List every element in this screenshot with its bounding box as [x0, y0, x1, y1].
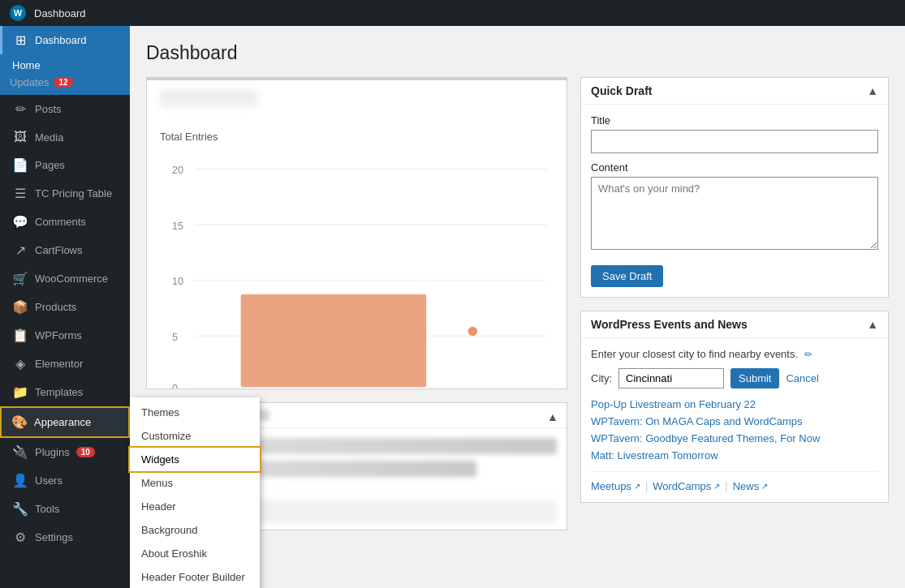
sidebar-label-plugins: Plugins — [35, 446, 70, 458]
quick-draft-header: Quick Draft ▲ — [581, 78, 888, 105]
footer-links: Meetups ↗ | WordCamps ↗ | News ↗ — [591, 471, 878, 492]
dashboard-icon: ⊞ — [12, 32, 28, 48]
cancel-city-button[interactable]: Cancel — [786, 372, 818, 384]
event-link-1[interactable]: WPTavern: On MAGA Caps and WordCamps — [591, 415, 878, 427]
sidebar-item-label-dashboard: Dashboard — [35, 34, 87, 46]
sidebar-label-templates: Templates — [35, 386, 83, 398]
wpforms-icon: 📋 — [12, 328, 28, 343]
quick-draft-collapse-btn[interactable]: ▲ — [867, 84, 878, 97]
wp-events-collapse-btn[interactable]: ▲ — [867, 318, 878, 331]
sidebar-item-plugins[interactable]: 🔌 Plugins 10 — [0, 438, 130, 466]
content-field-group: Content — [591, 161, 878, 252]
save-draft-button[interactable]: Save Draft — [591, 265, 663, 287]
svg-rect-10 — [241, 294, 427, 387]
footer-link-meetups[interactable]: Meetups ↗ — [591, 480, 640, 492]
media-icon: 🖼 — [12, 130, 28, 144]
wp-events-widget: WordPress Events and News ▲ Enter your c… — [580, 311, 889, 503]
submenu-customize[interactable]: Customize — [130, 424, 260, 448]
tools-icon: 🔧 — [12, 501, 28, 517]
sidebar-label-tc-pricing: TC Pricing Table — [35, 187, 112, 200]
sidebar-item-wpforms[interactable]: 📋 WPForms — [0, 321, 130, 350]
title-input[interactable] — [591, 130, 878, 153]
sidebar-item-dashboard[interactable]: ⊞ Dashboard — [0, 26, 130, 54]
content-textarea[interactable] — [591, 177, 878, 250]
tc-pricing-icon: ☰ — [12, 186, 28, 201]
submenu-themes[interactable]: Themes — [130, 401, 260, 424]
sidebar-label-settings: Settings — [35, 531, 73, 543]
submenu-header-footer-builder[interactable]: Header Footer Builder — [130, 565, 260, 588]
woocommerce-icon: 🛒 — [12, 271, 28, 286]
footer-link-wordcamps[interactable]: WordCamps ↗ — [653, 480, 720, 492]
bottom-widget-scroll-btn[interactable]: ▲ — [545, 410, 560, 424]
submenu-menus[interactable]: Menus — [130, 471, 260, 495]
sidebar-item-appearance[interactable]: 🎨 Appearance — [0, 406, 130, 438]
submenu-about-eroshik[interactable]: About Eroshik — [130, 542, 260, 565]
svg-text:15: 15 — [172, 221, 183, 232]
sidebar-item-templates[interactable]: 📁 Templates — [0, 378, 130, 406]
sidebar-item-tc-pricing[interactable]: ☰ TC Pricing Table — [0, 179, 130, 208]
chart-box: Total Entries 20 15 10 5 0 — [146, 77, 567, 389]
quick-draft-title: Quick Draft — [591, 84, 652, 97]
city-row: City: Submit Cancel — [591, 368, 878, 388]
sidebar-item-posts[interactable]: ✏ Posts — [0, 95, 130, 123]
event-link-2[interactable]: WPTavern: Goodbye Featured Themes, For N… — [591, 432, 878, 444]
title-field-group: Title — [591, 114, 878, 153]
appearance-icon: 🎨 — [11, 414, 28, 430]
chart-header-blurred — [147, 80, 567, 121]
sidebar-item-pages[interactable]: 📄 Pages — [0, 151, 130, 179]
sidebar-label-users: Users — [35, 474, 62, 487]
event-link-0[interactable]: Pop-Up Livestream on February 22 — [591, 398, 878, 410]
posts-icon: ✏ — [12, 101, 28, 117]
sidebar-item-users[interactable]: 👤 Users — [0, 466, 130, 495]
submenu-widgets[interactable]: Widgets — [130, 448, 260, 471]
events-description: Enter your closest city to find nearby e… — [591, 348, 878, 360]
sidebar-item-media[interactable]: 🖼 Media — [0, 123, 130, 151]
footer-sep-2: | — [725, 480, 727, 492]
wp-events-title: WordPress Events and News — [591, 318, 748, 331]
sidebar-item-products[interactable]: 📦 Products — [0, 293, 130, 321]
edit-city-icon[interactable]: ✏ — [804, 349, 812, 360]
sidebar-item-updates[interactable]: Updates 12 — [0, 73, 130, 95]
sidebar-label-tools: Tools — [35, 503, 59, 515]
title-label: Title — [591, 114, 878, 127]
submenu-header[interactable]: Header — [130, 495, 260, 518]
updates-badge: 12 — [54, 77, 72, 88]
svg-point-11 — [468, 327, 477, 336]
users-icon: 👤 — [12, 473, 28, 488]
wordcamps-external-icon: ↗ — [713, 482, 720, 491]
sidebar-item-elementor[interactable]: ◈ Elementor — [0, 350, 130, 378]
submenu-background[interactable]: Background — [130, 518, 260, 542]
products-icon: 📦 — [12, 299, 28, 315]
quick-draft-widget: Quick Draft ▲ Title Content Save Draft — [580, 77, 889, 298]
sidebar-label-comments: Comments — [35, 216, 86, 228]
sidebar-label-appearance: Appearance — [34, 416, 91, 428]
sidebar-label-products: Products — [35, 301, 76, 313]
elementor-icon: ◈ — [12, 356, 28, 371]
footer-link-news[interactable]: News ↗ — [733, 480, 769, 492]
event-link-3[interactable]: Matt: Livestream Tomorrow — [591, 449, 878, 461]
comments-icon: 💬 — [12, 214, 28, 230]
admin-bar-site-name: Dashboard — [34, 7, 86, 19]
meetups-external-icon: ↗ — [634, 482, 640, 491]
sidebar-item-woocommerce[interactable]: 🛒 WooCommerce — [0, 264, 130, 293]
sidebar-item-home[interactable]: Home — [0, 54, 130, 73]
svg-text:10: 10 — [172, 276, 183, 287]
submit-city-button[interactable]: Submit — [730, 368, 779, 388]
admin-bar: W Dashboard — [0, 0, 905, 26]
sidebar-item-tools[interactable]: 🔧 Tools — [0, 495, 130, 523]
right-column: Quick Draft ▲ Title Content Save Draft — [580, 77, 889, 530]
city-input[interactable] — [618, 368, 724, 388]
sidebar-label-media: Media — [35, 131, 63, 144]
sidebar-item-cartflows[interactable]: ↗ CartFlows — [0, 236, 130, 264]
quick-draft-body: Title Content Save Draft — [581, 105, 888, 297]
wp-events-body: Enter your closest city to find nearby e… — [581, 338, 888, 502]
sidebar-item-comments[interactable]: 💬 Comments — [0, 208, 130, 236]
sidebar-label-home: Home — [12, 59, 41, 71]
wp-events-header: WordPress Events and News ▲ — [581, 311, 888, 338]
svg-text:5: 5 — [172, 332, 178, 343]
sidebar-item-settings[interactable]: ⚙ Settings — [0, 523, 130, 552]
settings-icon: ⚙ — [12, 530, 28, 545]
footer-sep-1: | — [645, 480, 648, 492]
sidebar-label-pages: Pages — [35, 159, 65, 171]
templates-icon: 📁 — [12, 384, 28, 400]
